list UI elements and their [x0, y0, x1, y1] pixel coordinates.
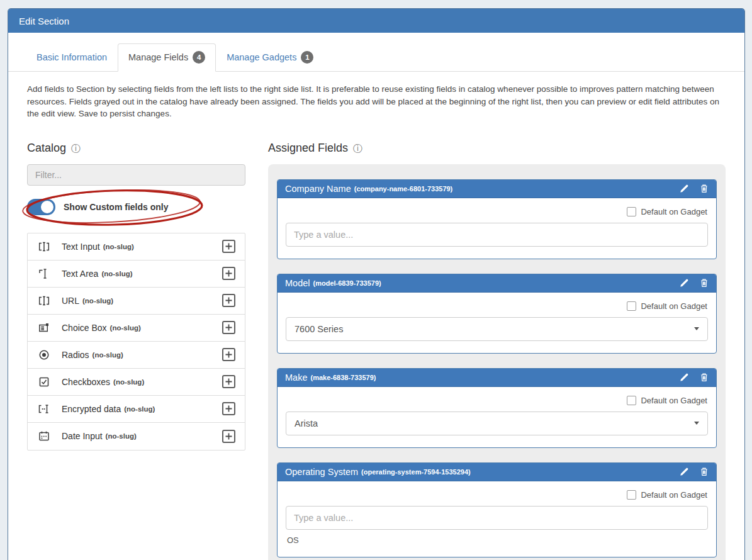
card-title: Operating System — [285, 467, 358, 477]
delete-field-button[interactable] — [700, 372, 709, 382]
catalog-column: Catalog ⓘ Show Custom fields only — [27, 142, 245, 560]
encrypted-icon — [37, 403, 51, 415]
add-field-button[interactable] — [222, 321, 235, 334]
dialog-title: Edit Section — [19, 16, 69, 26]
catalog-item-text-area: Text Area (no-slug) — [28, 260, 245, 288]
card-title: Make — [285, 372, 307, 383]
catalog-item-label: Date Input — [62, 431, 103, 441]
catalog-item-text-input: Text Input (no-slug) — [28, 233, 245, 260]
card-header: Make (make-6838-733579) — [278, 369, 716, 387]
card-slug: (company-name-6801-733579) — [354, 185, 453, 193]
catalog-item-choice-box: Choice Box (no-slug) — [28, 315, 245, 342]
custom-fields-toggle-row: Show Custom fields only — [27, 194, 245, 220]
radio-icon — [37, 349, 51, 361]
default-on-gadget-label: Default on Gadget — [641, 490, 707, 500]
operating-system-value-input[interactable] — [286, 506, 708, 530]
field-card-company-name: Company Name (company-name-6801-733579) — [277, 179, 717, 259]
assigned-fields-container: Company Name (company-name-6801-733579) — [268, 164, 726, 560]
add-field-button[interactable] — [222, 240, 235, 253]
catalog-item-encrypted-data: Encrypted data (no-slug) — [28, 396, 245, 423]
tab-manage-gadgets[interactable]: Manage Gadgets 1 — [216, 43, 324, 72]
add-field-button[interactable] — [222, 294, 235, 307]
catalog-item-checkboxes: Checkboxes (no-slug) — [28, 369, 245, 396]
field-card-operating-system: Operating System (operating-system-7594-… — [277, 462, 717, 557]
tab-label: Manage Gadgets — [227, 52, 296, 62]
fields-count-badge: 4 — [193, 51, 205, 64]
default-on-gadget-label: Default on Gadget — [641, 207, 707, 216]
model-select[interactable]: 7600 Series — [286, 317, 708, 341]
add-field-button[interactable] — [222, 430, 235, 443]
catalog-item-url: URL (no-slug) — [28, 288, 245, 315]
catalog-item-label: URL — [62, 296, 79, 306]
add-field-button[interactable] — [222, 402, 235, 415]
catalog-heading-label: Catalog — [27, 142, 66, 155]
delete-field-button[interactable] — [700, 184, 709, 193]
add-field-button[interactable] — [222, 348, 235, 361]
field-card-make: Make (make-6838-733579) — [277, 368, 717, 448]
make-select-value: Arista — [295, 418, 318, 428]
delete-field-button[interactable] — [700, 467, 709, 476]
catalog-filter-input[interactable] — [27, 164, 245, 186]
card-body: Default on Gadget OS — [278, 481, 716, 557]
model-select-value: 7600 Series — [295, 324, 343, 334]
card-title: Model — [285, 278, 310, 288]
catalog-item-label: Encrypted data — [62, 404, 121, 414]
catalog-item-slug: (no-slug) — [103, 243, 134, 250]
chevron-down-icon — [694, 422, 699, 425]
catalog-item-radios: Radios (no-slug) — [28, 342, 245, 369]
edit-field-button[interactable] — [680, 278, 689, 288]
edit-field-button[interactable] — [680, 372, 689, 382]
card-slug: (make-6838-733579) — [310, 374, 376, 381]
default-on-gadget-checkbox[interactable] — [627, 490, 636, 500]
default-on-gadget-checkbox[interactable] — [627, 396, 636, 405]
catalog-item-label: Text Area — [62, 269, 98, 279]
catalog-item-slug: (no-slug) — [124, 405, 155, 413]
toggle-knob — [41, 201, 53, 213]
catalog-item-slug: (no-slug) — [82, 297, 113, 305]
catalog-item-date-input: Date Input (no-slug) — [28, 423, 245, 450]
catalog-item-label: Choice Box — [62, 323, 107, 333]
catalog-field-list: Text Input (no-slug) Text Area (no-slu — [27, 233, 245, 451]
catalog-heading: Catalog ⓘ — [27, 142, 245, 155]
make-select[interactable]: Arista — [286, 412, 708, 435]
tab-bar: Basic Information Manage Fields 4 Manage… — [8, 43, 744, 72]
field-helper-text: OS — [286, 535, 708, 545]
gadgets-count-badge: 1 — [301, 51, 313, 64]
text-input-icon — [37, 240, 51, 253]
add-field-button[interactable] — [222, 375, 235, 388]
catalog-item-slug: (no-slug) — [110, 324, 141, 332]
assigned-fields-heading: Assigned Fields ⓘ — [268, 142, 726, 155]
card-slug: (operating-system-7594-1535294) — [361, 468, 471, 476]
show-custom-fields-toggle[interactable] — [27, 199, 55, 215]
info-icon: ⓘ — [71, 143, 81, 153]
chevron-down-icon — [694, 327, 699, 330]
default-on-gadget-checkbox[interactable] — [627, 207, 636, 216]
default-on-gadget-label: Default on Gadget — [641, 396, 707, 405]
text-area-icon — [37, 267, 51, 280]
toggle-label: Show Custom fields only — [64, 202, 168, 212]
field-card-model: Model (model-6839-733579) — [277, 274, 717, 354]
card-header: Company Name (company-name-6801-733579) — [278, 180, 716, 198]
section-help-text: Add fields to Section by selecting field… — [27, 83, 726, 120]
default-on-gadget-checkbox[interactable] — [627, 301, 636, 311]
catalog-item-slug: (no-slug) — [93, 351, 123, 359]
company-name-value-input[interactable] — [286, 223, 708, 247]
edit-field-button[interactable] — [680, 467, 689, 476]
card-title: Company Name — [285, 184, 351, 194]
delete-field-button[interactable] — [700, 278, 709, 288]
tab-manage-fields[interactable]: Manage Fields 4 — [118, 43, 216, 72]
edit-field-button[interactable] — [680, 184, 689, 193]
url-icon — [37, 294, 51, 307]
catalog-item-slug: (no-slug) — [101, 270, 132, 277]
card-body: Default on Gadget 7600 Series — [278, 293, 716, 353]
choice-box-icon — [37, 322, 51, 334]
catalog-item-slug: (no-slug) — [106, 432, 137, 440]
add-field-button[interactable] — [222, 267, 235, 280]
assigned-fields-column: Assigned Fields ⓘ Company Name (company-… — [268, 142, 726, 560]
tab-label: Manage Fields — [128, 52, 188, 62]
tab-label: Basic Information — [36, 52, 107, 62]
default-on-gadget-label: Default on Gadget — [641, 301, 707, 311]
tab-basic-information[interactable]: Basic Information — [26, 43, 118, 72]
info-icon: ⓘ — [353, 143, 362, 153]
card-slug: (model-6839-733579) — [313, 279, 381, 287]
